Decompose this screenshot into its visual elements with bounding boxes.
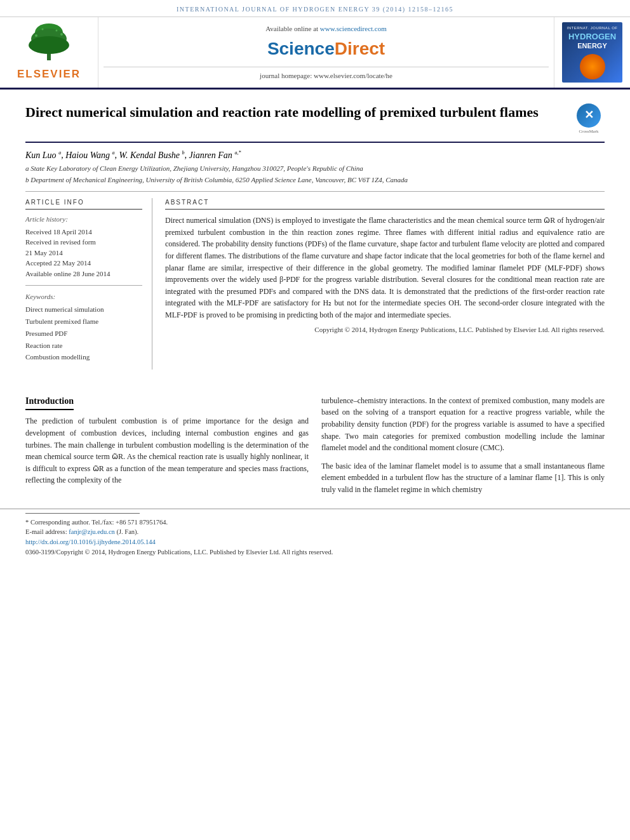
footnote-email: E-mail address: fanjr@zju.edu.cn (J. Fan… (25, 527, 605, 537)
sciencedirect-link[interactable]: www.sciencedirect.com (320, 25, 387, 32)
copyright-text: Copyright © 2014, Hydrogen Energy Public… (165, 325, 605, 335)
intro-right-text2: The basic idea of the laminar flamelet m… (321, 460, 605, 496)
cover-journal-name: HYDROGEN ENERGY (568, 32, 616, 50)
body-left-col: Introduction The prediction of turbulent… (25, 395, 309, 496)
authors-line: Kun Luo a, Haiou Wang a, W. Kendal Bushe… (25, 149, 605, 162)
cover-energy: ENERGY (568, 42, 616, 50)
abstract-label: Abstract (165, 198, 605, 210)
accepted: Accepted 22 May 2014 (25, 258, 142, 269)
affiliation-a: a State Key Laboratory of Clean Energy U… (25, 164, 605, 173)
footnote-doi: http://dx.doi.org/10.1016/j.ijhydene.201… (25, 537, 605, 547)
affiliation-b: b Department of Mechanical Engineering, … (25, 175, 605, 185)
received1: Received 18 April 2014 (25, 227, 142, 237)
svg-point-4 (35, 34, 37, 37)
crossmark-icon: ✕ (577, 103, 601, 128)
info-abstract-columns: Article Info Article history: Received 1… (25, 198, 605, 370)
footnote-section: * Corresponding author. Tel./fax: +86 57… (0, 509, 630, 564)
right-banner: Internat. Journal of HYDROGEN ENERGY (554, 17, 630, 88)
center-banner: Available online at www.sciencedirect.co… (98, 17, 554, 88)
svg-point-3 (29, 36, 69, 54)
email-link[interactable]: fanjr@zju.edu.cn (69, 528, 115, 535)
svg-point-5 (60, 33, 63, 36)
available-online: Available online 28 June 2014 (25, 269, 142, 279)
crossmark-container: ✕ CrossMark (573, 103, 605, 135)
journal-cover: Internat. Journal of HYDROGEN ENERGY (562, 22, 622, 83)
abstract-column: Abstract Direct numerical simulation (DN… (165, 198, 605, 370)
body-right-col: turbulence–chemistry interactions. In th… (321, 395, 605, 496)
doi-link[interactable]: http://dx.doi.org/10.1016/j.ijhydene.201… (25, 538, 156, 545)
divider-after-affiliations (25, 191, 605, 192)
history-group: Article history: Received 18 April 2014 … (25, 215, 142, 279)
keyword-pdf: Presumed PDF (25, 328, 142, 340)
body-two-col: Introduction The prediction of turbulent… (25, 395, 605, 496)
keyword-dns: Direct numerical simulation (25, 303, 142, 316)
top-banner: ELSEVIER Available online at www.science… (0, 17, 630, 90)
introduction-heading: Introduction (25, 395, 74, 411)
body-section: Introduction The prediction of turbulent… (0, 389, 630, 496)
received2: Received in revised form (25, 237, 142, 248)
article-content: Direct numerical simulation and reaction… (0, 90, 630, 376)
received2-date: 21 May 2014 (25, 248, 142, 258)
elsevier-logo: ELSEVIER (0, 17, 98, 88)
crossmark-label: CrossMark (579, 129, 598, 135)
spacer (0, 376, 630, 389)
journal-homepage-text: journal homepage: www.elsevier.com/locat… (104, 67, 549, 81)
journal-header: INTERNATIONAL JOURNAL OF HYDROGEN ENERGY… (0, 0, 630, 17)
keyword-turbulent: Turbulent premixed flame (25, 316, 142, 328)
keywords-group: Keywords: Direct numerical simulation Tu… (25, 292, 142, 363)
elsevier-label: ELSEVIER (17, 67, 81, 82)
intro-right-text1: turbulence–chemistry interactions. In th… (321, 395, 605, 454)
svg-point-7 (56, 30, 58, 32)
cover-decoration (580, 54, 605, 79)
intro-left-text: The prediction of turbulent combustion i… (25, 415, 309, 486)
divider-keywords (25, 285, 142, 286)
sciencedirect-brand: ScienceDirect (267, 36, 385, 61)
available-online-text: Available online at www.sciencedirect.co… (265, 24, 387, 34)
footnote-divider (25, 513, 140, 514)
history-label: Article history: (25, 215, 142, 224)
article-title-section: Direct numerical simulation and reaction… (25, 96, 605, 143)
cover-hydrogen: HYDROGEN (568, 32, 616, 42)
abstract-text: Direct numerical simulation (DNS) is emp… (165, 215, 605, 321)
cover-intl: Internat. Journal of (566, 25, 617, 30)
footnote-corresponding: * Corresponding author. Tel./fax: +86 57… (25, 517, 605, 528)
keywords-label: Keywords: (25, 292, 142, 302)
svg-point-6 (42, 29, 44, 30)
keyword-reaction: Reaction rate (25, 340, 142, 352)
article-info-column: Article Info Article history: Received 1… (25, 198, 152, 370)
article-info-label: Article Info (25, 198, 142, 210)
footnote-issn: 0360-3199/Copyright © 2014, Hydrogen Ene… (25, 547, 605, 557)
article-title: Direct numerical simulation and reaction… (25, 103, 566, 122)
keyword-combustion: Combustion modelling (25, 351, 142, 363)
